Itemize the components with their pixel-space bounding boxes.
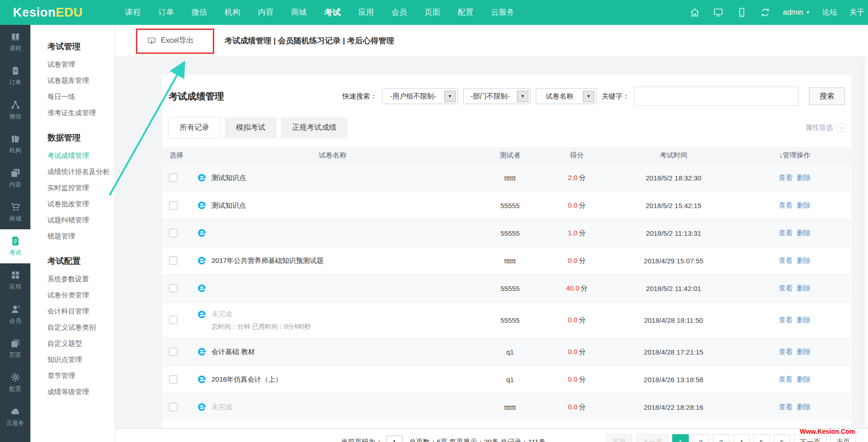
page-button-2[interactable]: 2 [692,434,709,442]
rail-item-clipboard[interactable]: 订单 [0,59,30,93]
row-checkbox[interactable] [169,284,177,292]
menu-item[interactable]: 知识点管理 [47,351,115,367]
delete-link[interactable]: 删除 [797,375,811,383]
view-link[interactable]: 查看 [779,201,793,209]
menu-item[interactable]: 自定义试卷类别 [47,319,115,335]
tab-all-records[interactable]: 所有记录 [169,117,220,139]
topnav-item-7[interactable]: 考试 [324,7,341,18]
desktop-icon[interactable] [713,7,724,18]
view-link[interactable]: 查看 [779,229,793,237]
forum-link[interactable]: 论坛 [822,8,837,17]
row-checkbox[interactable] [169,348,177,356]
menu-item[interactable]: 试题纠错管理 [47,212,115,228]
keyword-input[interactable] [634,87,798,106]
topnav-item-9[interactable]: 会员 [392,7,407,18]
rail-item-user[interactable]: 会员 [0,297,30,332]
menu-item[interactable]: 成绩统计排名及分析 [47,163,115,180]
delete-link[interactable]: 删除 [797,403,811,411]
menu-item[interactable]: 成绩等级管理 [47,384,115,400]
sync-icon[interactable] [760,7,771,18]
delete-link[interactable]: 删除 [797,256,811,264]
page-button-6[interactable]: 6 [774,434,790,442]
row-checkbox[interactable] [169,403,177,411]
menu-item[interactable]: 系统参数设置 [47,271,115,287]
rail-item-cart[interactable]: 商城 [0,195,30,229]
menu-item[interactable]: 试卷批改管理 [47,196,115,212]
delete-link[interactable]: 删除 [797,316,811,324]
mobile-icon[interactable] [736,7,747,18]
delete-link[interactable]: 删除 [797,348,811,355]
attribute-filter-toggle[interactable]: 属性筛选 [805,123,845,132]
topnav-item-4[interactable]: 机构 [225,7,240,18]
rail-item-copy[interactable]: 内容 [0,161,30,195]
page-button-3[interactable]: 3 [713,434,729,442]
rail-item-gear[interactable]: 配置 [0,366,30,400]
tab-formal-exam-scores[interactable]: 正规考试成绩 [281,117,347,139]
menu-item[interactable]: 试卷题库管理 [47,72,115,88]
view-link[interactable]: 查看 [779,284,793,292]
row-checkbox[interactable] [169,229,177,237]
menu-item[interactable]: 每日一练 [47,88,115,105]
tab-mock-exam[interactable]: 模拟考试 [225,117,276,139]
topnav-item-6[interactable]: 商城 [291,7,307,18]
prev-page-button[interactable]: 上一页 [636,434,669,442]
view-link[interactable]: 查看 [779,174,793,181]
row-checkbox[interactable] [169,316,177,324]
topnav-item-1[interactable]: 课程 [125,7,141,18]
menu-item[interactable]: 实时监控管理 [47,180,115,196]
menu-item[interactable]: 章节管理 [47,367,115,384]
scrollbar-track[interactable] [864,57,868,442]
menu-item[interactable]: 试卷管理 [47,56,115,72]
rail-item-pages[interactable]: 页面 [0,332,30,366]
topnav-item-11[interactable]: 配置 [458,7,474,18]
rail-item-cloud[interactable]: 云服务 [0,400,30,434]
about-link[interactable]: 关于 [850,8,864,17]
excel-export-button[interactable]: Excel导出 [147,36,194,46]
search-button[interactable]: 搜索 [809,87,845,105]
rail-item-apps-grid[interactable]: 应用 [0,263,30,297]
toolbar-breadcrumb-links[interactable]: 考试成绩管理 | 会员随机练习记录 | 考后心得管理 [224,35,394,46]
icon-rail: 课程订单微信机构内容商城考试应用会员页面配置云服务 [0,25,30,442]
menu-item[interactable]: 自定义题型 [47,335,115,351]
delete-link[interactable]: 删除 [797,229,811,237]
rail-item-share-nodes[interactable]: 微信 [0,93,30,127]
admin-dropdown[interactable]: admin ▼ [783,8,810,17]
home-icon[interactable] [689,7,700,18]
page-number-input[interactable] [386,436,403,442]
delete-link[interactable]: 删除 [797,201,811,209]
view-link[interactable]: 查看 [779,375,793,383]
user-group-select[interactable]: -用户组不限制-▼ [382,88,458,104]
row-checkbox[interactable] [169,256,177,265]
menu-item[interactable]: 错题管理 [47,228,115,244]
row-checkbox[interactable] [169,174,177,182]
delete-link[interactable]: 删除 [797,174,811,181]
page-button-1[interactable]: 1 [672,434,689,442]
topnav-item-10[interactable]: 页面 [425,7,440,18]
view-link[interactable]: 查看 [779,348,793,355]
view-link[interactable]: 查看 [779,403,793,411]
delete-link[interactable]: 删除 [797,284,811,292]
rail-item-library[interactable]: 机构 [0,127,30,161]
topnav-item-3[interactable]: 微信 [192,7,207,18]
menu-item[interactable]: 试卷分类管理 [47,287,115,303]
topnav-item-8[interactable]: 应用 [358,7,374,18]
row-checkbox[interactable] [169,201,177,209]
topnav-item-12[interactable]: 云服务 [491,7,515,18]
page-button-4[interactable]: 4 [733,434,750,442]
menu-item[interactable]: 准考证生成管理 [47,105,115,121]
header-actions[interactable]: ↓管理操作 [738,147,851,164]
rail-item-exam-file[interactable]: 考试 [0,229,30,263]
view-link[interactable]: 查看 [779,256,793,264]
menu-item[interactable]: 会计科目管理 [47,303,115,319]
menu-item[interactable]: 考试成绩管理 [47,147,115,163]
page-button-5[interactable]: 5 [753,434,770,442]
row-checkbox[interactable] [169,375,177,384]
first-page-button[interactable]: 首页 [606,434,632,442]
department-select[interactable]: -部门不限制-▼ [463,88,531,104]
topnav-item-5[interactable]: 内容 [258,7,274,18]
caret-down-icon: ▼ [806,10,810,15]
view-link[interactable]: 查看 [779,316,793,324]
topnav-item-2[interactable]: 订单 [158,7,174,18]
search-field-select[interactable]: 试卷名称▼ [536,88,597,104]
rail-item-book[interactable]: 课程 [0,25,30,59]
